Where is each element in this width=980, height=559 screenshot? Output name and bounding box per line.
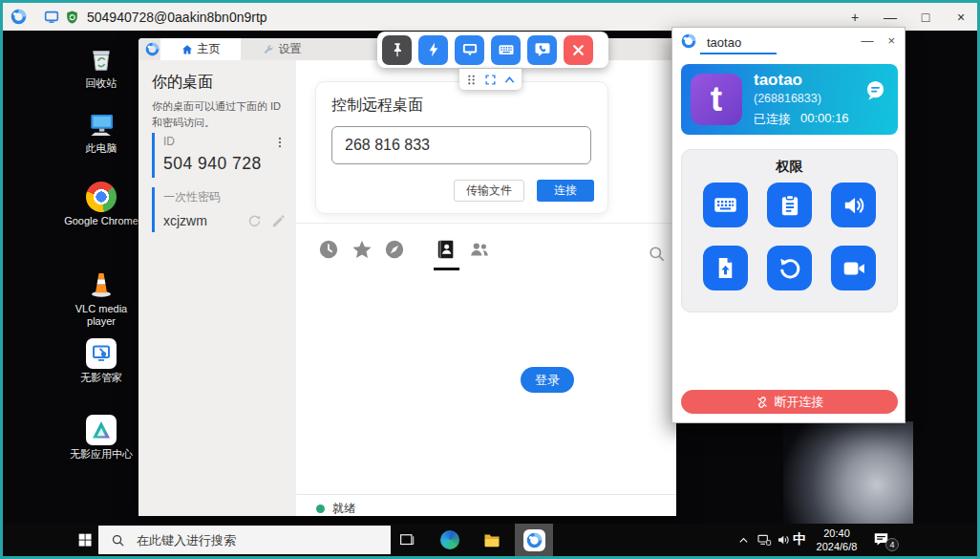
tray-clock[interactable]: 20:40 2024/6/8 <box>808 527 865 554</box>
tray-expand-icon[interactable] <box>738 535 749 546</box>
connect-button[interactable]: 连接 <box>537 180 594 202</box>
discovered-tab-icon[interactable] <box>384 239 405 260</box>
display-toolbar-button[interactable] <box>455 35 484 65</box>
chat-bubble-icon[interactable] <box>864 79 886 101</box>
file-upload-icon <box>714 256 737 280</box>
start-button[interactable] <box>77 532 93 548</box>
peer-info-card: t taotao (268816833) 已连接 00:00:16 <box>681 64 898 135</box>
maximize-button[interactable]: □ <box>919 10 932 25</box>
tab-settings-label: 设置 <box>279 41 302 57</box>
permission-clipboard-button[interactable] <box>767 183 812 227</box>
new-tab-button[interactable]: + <box>848 10 862 25</box>
voice-chat-icon <box>534 41 551 58</box>
vlc-icon <box>64 268 138 300</box>
tab-home[interactable]: 主页 <box>160 38 241 60</box>
session-tab-label[interactable]: taotao <box>707 35 741 50</box>
drag-grid-icon[interactable] <box>465 74 478 86</box>
link-off-icon <box>756 396 769 409</box>
favorites-tab-icon[interactable] <box>352 239 373 260</box>
volume-icon[interactable] <box>777 532 792 548</box>
status-ready-dot <box>316 505 325 513</box>
edit-password-icon[interactable] <box>271 214 286 228</box>
close-icon <box>570 42 586 58</box>
display-icon <box>461 41 479 58</box>
session-minimize-button[interactable]: — <box>861 33 873 48</box>
address-book-tab-icon[interactable] <box>436 239 457 260</box>
taskbar-search[interactable] <box>98 526 391 554</box>
wuying-appcenter-icon <box>64 413 138 445</box>
collapse-toolbar-icon[interactable] <box>503 74 516 86</box>
permission-audio-button[interactable] <box>831 183 876 227</box>
file-explorer-icon[interactable] <box>482 531 501 549</box>
task-view-icon[interactable] <box>398 531 415 548</box>
search-icon[interactable] <box>648 245 666 263</box>
remote-control-card: 控制远程桌面 传输文件 连接 <box>315 81 608 214</box>
fullscreen-icon[interactable] <box>484 74 497 86</box>
id-value: 504 940 728 <box>163 154 286 174</box>
refresh-password-icon[interactable] <box>247 214 262 228</box>
session-tab-underline <box>700 53 777 54</box>
this-pc-icon <box>64 107 138 140</box>
permission-camera-button[interactable] <box>831 246 876 290</box>
rustdesk-taskbar-button[interactable] <box>515 524 553 556</box>
desktop-icon-label: 无影管家 <box>64 372 138 384</box>
remote-id-input[interactable] <box>331 126 591 164</box>
desktop-icon-this-pc[interactable]: 此电脑 <box>64 107 138 155</box>
desktop-icon-label: VLC media player <box>64 303 138 327</box>
toolbar-mini-controls <box>459 69 522 90</box>
keyboard-icon <box>713 192 738 218</box>
permission-restart-button[interactable] <box>767 246 812 290</box>
id-menu-icon[interactable] <box>273 136 287 149</box>
pin-toolbar-button[interactable] <box>382 35 412 65</box>
recent-sessions-tab-icon[interactable] <box>318 239 339 260</box>
connection-status: 已连接 <box>754 111 791 128</box>
app-main-area: 控制远程桌面 传输文件 连接 登录 就绪 <box>296 60 676 516</box>
desktop-icon-label: 此电脑 <box>64 142 138 155</box>
connection-duration: 00:00:16 <box>800 111 849 128</box>
password-label: 一次性密码 <box>163 189 286 205</box>
session-close-button[interactable]: × <box>887 33 895 48</box>
disconnect-button[interactable]: 断开连接 <box>681 390 898 414</box>
login-button[interactable]: 登录 <box>521 367 574 393</box>
tab-settings[interactable]: 设置 <box>241 38 323 60</box>
actions-toolbar-button[interactable] <box>418 35 448 65</box>
ime-indicator[interactable]: 中 <box>793 531 806 548</box>
desktop-icon-label: 回收站 <box>64 77 138 90</box>
recycle-bin-icon <box>64 42 138 75</box>
chat-toolbar-button[interactable] <box>527 35 557 65</box>
keyboard-toolbar-button[interactable] <box>491 35 521 65</box>
close-button[interactable]: × <box>954 10 968 25</box>
desktop-icon-wuying-manager[interactable]: 无影管家 <box>64 336 138 384</box>
your-desktop-panel: 你的桌面 你的桌面可以通过下面的 ID 和密码访问。 ID 504 940 72… <box>138 60 296 516</box>
permission-keyboard-button[interactable] <box>703 183 748 227</box>
tray-date: 2024/6/8 <box>808 541 865 554</box>
lightning-icon <box>425 41 442 58</box>
desktop-icon-chrome[interactable]: Google Chrome <box>64 180 138 227</box>
session-panel-window: taotao — × t taotao (268816833) 已连接 00:0… <box>671 27 905 423</box>
transfer-file-button[interactable]: 传输文件 <box>454 180 524 202</box>
minimize-button[interactable]: — <box>884 10 897 25</box>
password-block: 一次性密码 xcjzwm <box>152 187 286 232</box>
notification-badge: 4 <box>885 538 899 551</box>
taskbar-search-input[interactable] <box>135 532 354 548</box>
desktop-icon-recycle-bin[interactable]: 回收站 <box>64 42 138 90</box>
peer-id: (268816833) <box>754 92 821 105</box>
remote-session-toolbar <box>377 32 608 68</box>
restart-icon <box>778 256 802 281</box>
rustdesk-icon <box>523 529 545 551</box>
divider <box>296 494 676 495</box>
groups-tab-icon[interactable] <box>469 239 490 260</box>
rustdesk-logo-icon <box>681 33 696 49</box>
desktop-icon-vlc[interactable]: VLC media player <box>64 268 138 327</box>
wrench-icon <box>263 44 274 55</box>
permissions-card: 权限 <box>681 149 898 312</box>
speaker-icon <box>842 193 866 218</box>
edge-icon[interactable] <box>440 530 459 549</box>
network-icon[interactable] <box>756 532 772 548</box>
close-session-toolbar-button[interactable] <box>564 35 593 65</box>
id-label: ID <box>163 135 286 148</box>
session-titlebar: taotao — × <box>672 28 905 55</box>
password-value: xcjzwm <box>163 213 247 228</box>
desktop-icon-wuying-appcenter[interactable]: 无影应用中心 <box>64 413 138 461</box>
permission-file-transfer-button[interactable] <box>703 246 748 290</box>
